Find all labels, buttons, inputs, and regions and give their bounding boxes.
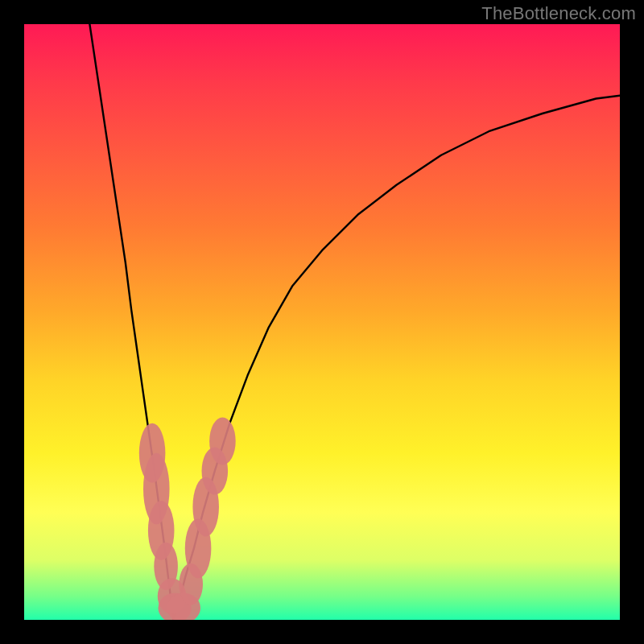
outer-frame: TheBottleneck.com (0, 0, 644, 644)
watermark-text: TheBottleneck.com (481, 3, 636, 24)
bottleneck-curve-right-branch (174, 96, 620, 620)
plot-area (24, 24, 620, 620)
highlight-marker (209, 417, 236, 464)
curve-layer (24, 24, 620, 620)
